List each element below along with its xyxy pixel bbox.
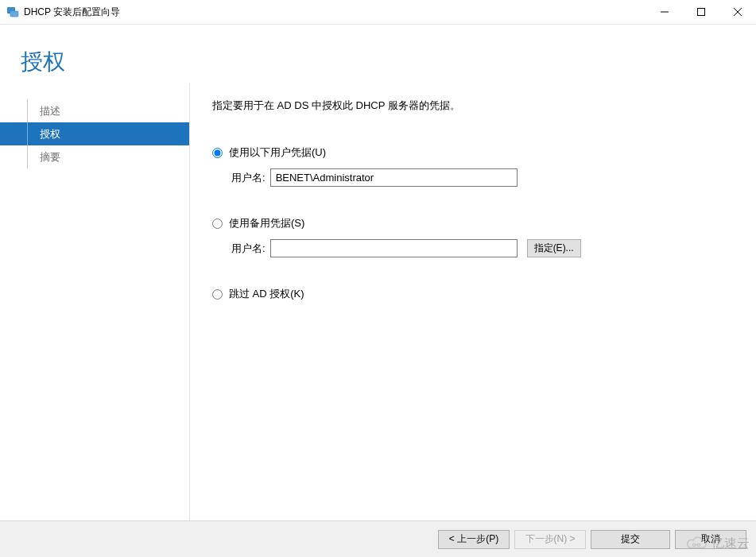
option-alternate-credentials: 使用备用凭据(S) 用户名: 指定(E)... <box>212 215 737 257</box>
maximize-button[interactable] <box>683 0 719 24</box>
page-heading: 授权 <box>0 25 756 83</box>
radio-current-credentials[interactable] <box>212 148 223 158</box>
radio-alternate-credentials[interactable] <box>212 219 223 229</box>
username-field-current[interactable] <box>270 168 518 187</box>
radio-label: 使用备用凭据(S) <box>229 216 304 230</box>
sidebar-item-label: 摘要 <box>40 150 60 164</box>
username-label: 用户名: <box>231 171 266 185</box>
main-panel: 指定要用于在 AD DS 中授权此 DHCP 服务器的凭据。 使用以下用户凭据(… <box>189 83 756 553</box>
sidebar-item-description[interactable]: 描述 <box>0 99 189 122</box>
previous-button[interactable]: < 上一步(P) <box>438 530 510 549</box>
svg-rect-3 <box>698 9 705 16</box>
radio-label: 使用以下用户凭据(U) <box>229 145 326 160</box>
close-button[interactable] <box>719 0 756 24</box>
sidebar-item-label: 授权 <box>40 127 60 141</box>
commit-button[interactable]: 提交 <box>591 530 670 549</box>
username-field-alternate[interactable] <box>270 239 518 257</box>
sidebar-item-authorize[interactable]: 授权 <box>0 122 189 145</box>
sidebar-item-label: 描述 <box>40 104 60 118</box>
app-icon <box>6 6 19 18</box>
window-title: DHCP 安装后配置向导 <box>24 6 120 19</box>
minimize-button[interactable] <box>646 0 683 24</box>
instruction-text: 指定要用于在 AD DS 中授权此 DHCP 服务器的凭据。 <box>212 99 737 113</box>
svg-rect-1 <box>10 11 18 17</box>
sidebar: 描述 授权 摘要 <box>0 83 189 553</box>
username-label-alt: 用户名: <box>231 242 266 256</box>
radio-label: 跳过 AD 授权(K) <box>229 287 304 301</box>
specify-button[interactable]: 指定(E)... <box>527 239 581 257</box>
footer: < 上一步(P) 下一步(N) > 提交 取消 <box>0 520 756 557</box>
option-skip-authorize: 跳过 AD 授权(K) <box>212 286 737 302</box>
window-controls <box>646 0 756 24</box>
option-current-credentials: 使用以下用户凭据(U) 用户名: <box>212 145 737 187</box>
radio-skip-authorize[interactable] <box>212 289 223 300</box>
next-button[interactable]: 下一步(N) > <box>514 530 586 549</box>
cancel-button[interactable]: 取消 <box>675 530 746 549</box>
titlebar: DHCP 安装后配置向导 <box>0 0 756 25</box>
sidebar-item-summary[interactable]: 摘要 <box>0 145 189 168</box>
content-area: 描述 授权 摘要 指定要用于在 AD DS 中授权此 DHCP 服务器的凭据。 … <box>0 83 756 553</box>
